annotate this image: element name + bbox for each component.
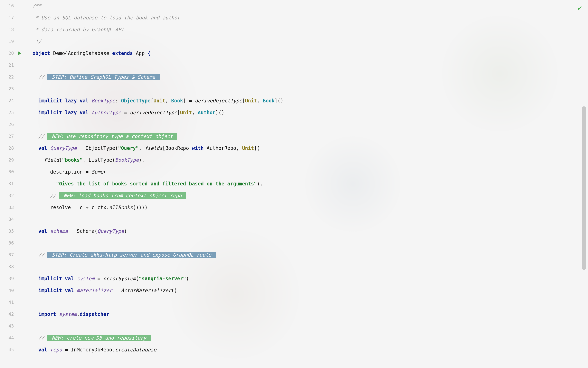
line-number: 20: [0, 47, 14, 59]
run-gutter-cell: [16, 273, 22, 285]
token-ident: system: [59, 311, 77, 317]
run-gutter-cell: [16, 142, 22, 154]
code-line[interactable]: [27, 59, 588, 71]
token-kw: implicit lazy val: [38, 98, 91, 104]
token-punct: (: [103, 169, 106, 175]
token-punct: ](: [254, 145, 260, 151]
code-editor[interactable]: 1617181920212223242526272829303132333435…: [0, 0, 588, 368]
token-punct: (: [112, 157, 115, 163]
inspection-ok-icon[interactable]: ✔: [578, 4, 582, 12]
code-line[interactable]: val schema = Schema(QueryType): [27, 225, 588, 237]
token-kw: with: [192, 145, 206, 151]
line-number: 30: [0, 166, 14, 178]
code-line[interactable]: [27, 261, 588, 273]
token-method-n: ObjectType: [86, 145, 115, 151]
code-area[interactable]: /** * Use an SQL database to load the bo…: [22, 0, 588, 368]
token-punct: = InMemoryDbRepo.: [62, 347, 115, 353]
run-gutter-cell: [16, 24, 22, 36]
code-line[interactable]: object Demo4AddingDatabase extends App {: [27, 47, 588, 59]
code-line[interactable]: // NEW: crete new DB and repository: [27, 332, 588, 344]
run-gutter-cell: [16, 320, 22, 332]
token-typeparam-gold-n: Unit: [245, 98, 257, 104]
code-line[interactable]: implicit lazy val BookType: ObjectType[U…: [27, 95, 588, 107]
line-number: 43: [0, 320, 14, 332]
run-gutter-cell: [16, 71, 22, 83]
run-gutter-cell: [16, 95, 22, 107]
token-kw: object: [33, 50, 53, 56]
run-gutter-cell: [16, 261, 22, 273]
code-line[interactable]: implicit val materializer = ActorMateria…: [27, 285, 588, 296]
code-line[interactable]: val repo = InMemoryDbRepo.createDatabase: [27, 344, 588, 356]
code-line[interactable]: [27, 213, 588, 225]
line-number: 28: [0, 142, 14, 154]
token-doccomment: * Use an SQL database to load the book a…: [33, 15, 180, 21]
token-kw: val: [38, 347, 50, 353]
token-new-badge: NEW: crete new DB and repository: [47, 335, 151, 341]
code-line[interactable]: [27, 320, 588, 332]
code-line[interactable]: /**: [27, 0, 588, 12]
token-punct: (: [94, 228, 97, 234]
run-gutter-cell: [16, 130, 22, 142]
token-kw: implicit val: [38, 288, 77, 293]
line-number: 45: [0, 344, 14, 356]
token-kw: import: [38, 311, 59, 317]
line-number: 38: [0, 261, 14, 273]
token-method: allBooks: [109, 205, 133, 210]
token-typename: App: [136, 50, 148, 56]
token-kw: implicit val: [38, 276, 77, 282]
token-punct: =: [112, 288, 121, 293]
code-line[interactable]: description = Some(: [27, 166, 588, 178]
token-kw: dispatcher: [80, 311, 109, 317]
token-punct: (): [171, 288, 177, 293]
code-line[interactable]: [27, 119, 588, 130]
run-gutter-cell: [16, 0, 22, 12]
token-punct: ,: [192, 110, 198, 116]
code-line[interactable]: resolve = c ⇒ c.ctx.allBooks()))): [27, 202, 588, 213]
code-line[interactable]: [27, 296, 588, 308]
token-kw: {: [148, 50, 150, 56]
token-punct: (: [115, 145, 118, 151]
code-line[interactable]: Field("books", ListType(BookType),: [27, 154, 588, 166]
code-line[interactable]: * Use an SQL database to load the book a…: [27, 12, 588, 24]
run-gutter-cell: [16, 249, 22, 261]
line-number: 17: [0, 12, 14, 24]
run-gutter-cell: [16, 225, 22, 237]
code-line[interactable]: val QueryType = ObjectType("Query", fiel…: [27, 142, 588, 154]
line-number: 24: [0, 95, 14, 107]
code-line[interactable]: import system.dispatcher: [27, 308, 588, 320]
line-number: 22: [0, 71, 14, 83]
token-comment: //: [50, 193, 59, 199]
code-line[interactable]: [27, 237, 588, 249]
vertical-scrollbar[interactable]: [582, 106, 586, 270]
code-line[interactable]: */: [27, 36, 588, 47]
run-icon[interactable]: [18, 51, 21, 55]
code-line[interactable]: [27, 83, 588, 95]
line-number: 27: [0, 130, 14, 142]
run-gutter: [16, 0, 22, 368]
run-gutter-cell: [16, 154, 22, 166]
token-comment: //: [38, 252, 47, 258]
code-line[interactable]: "Gives the list of books sorted and filt…: [27, 178, 588, 190]
code-line[interactable]: // STEP: Define GraphQL Types & Schema: [27, 71, 588, 83]
run-gutter-cell: [16, 12, 22, 24]
token-typename: AuthorRepo: [206, 145, 236, 151]
code-line[interactable]: * data returned by GraphQL API: [27, 24, 588, 36]
code-line[interactable]: // NEW: load books from context object r…: [27, 190, 588, 202]
token-method: createDatabase: [115, 347, 156, 353]
code-line[interactable]: // STEP: Create akka-http server and exp…: [27, 249, 588, 261]
token-punct: ),: [139, 157, 145, 163]
line-number: 39: [0, 273, 14, 285]
run-gutter-cell: [16, 213, 22, 225]
run-gutter-cell: [16, 119, 22, 130]
token-method: ActorMaterializer: [121, 288, 171, 293]
line-number: 19: [0, 36, 14, 47]
token-step-badge: STEP: Define GraphQL Types & Schema: [47, 74, 160, 80]
token-typeparam-bold: Book: [171, 98, 183, 104]
line-number: 26: [0, 119, 14, 130]
code-line[interactable]: implicit val system = ActorSystem("sangr…: [27, 273, 588, 285]
run-gutter-cell: [16, 178, 22, 190]
token-punct: [: [242, 98, 245, 104]
token-punct: =: [77, 145, 86, 151]
code-line[interactable]: implicit lazy val AuthorType = deriveObj…: [27, 107, 588, 119]
code-line[interactable]: // NEW: use repository type a context ob…: [27, 130, 588, 142]
